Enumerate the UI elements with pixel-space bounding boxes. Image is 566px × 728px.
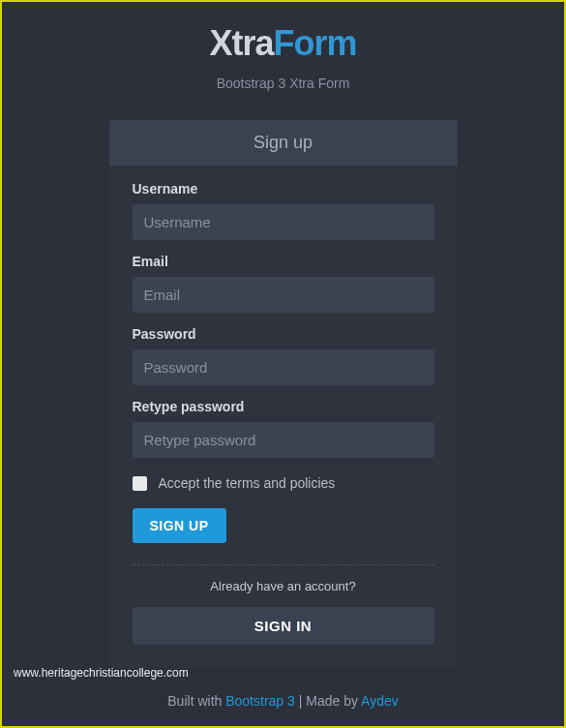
logo-part2: Form: [274, 23, 357, 63]
email-label: Email: [133, 254, 434, 269]
footer-built-with: Built with: [167, 693, 225, 709]
aydev-link[interactable]: Aydev: [361, 693, 399, 709]
password-input[interactable]: [133, 349, 434, 385]
bootstrap-link[interactable]: Bootstrap 3: [225, 693, 295, 709]
terms-label: Accept the terms and policies: [159, 475, 336, 491]
email-group: Email: [133, 254, 434, 313]
signup-panel: Sign up Username Email Password Retype p…: [109, 120, 458, 668]
username-input[interactable]: [133, 204, 434, 240]
watermark: www.heritagechristiancollege.com: [14, 666, 189, 680]
terms-checkbox[interactable]: [133, 476, 147, 491]
retype-password-input[interactable]: [133, 422, 434, 458]
footer: Built with Bootstrap 3 | Made by Aydev: [2, 693, 564, 709]
already-have-account: Already have an account?: [133, 579, 434, 593]
divider: [133, 564, 434, 565]
email-input[interactable]: [133, 277, 434, 313]
terms-row: Accept the terms and policies: [133, 475, 434, 491]
password-label: Password: [133, 326, 434, 342]
panel-body: Username Email Password Retype password …: [109, 166, 458, 668]
username-label: Username: [133, 181, 434, 197]
retype-password-label: Retype password: [133, 399, 434, 414]
subtitle: Bootstrap 3 Xtra Form: [217, 76, 350, 91]
signup-button[interactable]: SIGN UP: [133, 508, 226, 543]
logo-part1: Xtra: [209, 23, 273, 63]
retype-password-group: Retype password: [133, 399, 434, 458]
signin-button[interactable]: SIGN IN: [133, 607, 434, 645]
password-group: Password: [133, 326, 434, 385]
footer-separator: | Made by: [295, 693, 361, 709]
username-group: Username: [133, 181, 434, 240]
logo: XtraForm: [209, 23, 356, 64]
panel-title: Sign up: [109, 120, 458, 166]
